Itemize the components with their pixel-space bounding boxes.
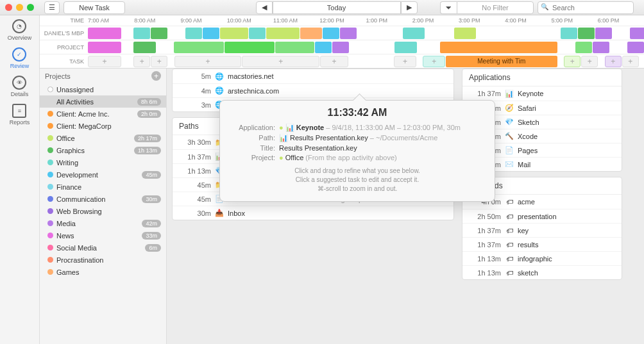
project-name: Client: MegaCorp xyxy=(56,122,161,130)
nav-review[interactable]: ✓ Review xyxy=(10,47,30,69)
hour-label: 4:00 PM xyxy=(505,17,551,24)
keyword-dur: 1h 13m xyxy=(469,269,501,277)
keyword-name: sketch xyxy=(518,269,538,277)
toggle-sidebar-button[interactable]: ☰ xyxy=(44,1,60,14)
project-item[interactable]: Games xyxy=(40,266,166,278)
project-item[interactable]: Client: Acme Inc.2h 0m xyxy=(40,108,166,120)
filter-icon[interactable]: ⏷ xyxy=(440,1,457,14)
keyword-dur: 1h 37m xyxy=(469,227,501,234)
hour-label: 8:00 AM xyxy=(134,17,180,24)
search-input[interactable] xyxy=(538,1,634,14)
today-button[interactable]: Today xyxy=(273,1,401,14)
project-item[interactable]: All Activities8h 6m xyxy=(40,95,166,108)
project-item[interactable]: Finance xyxy=(40,181,166,193)
task-meeting[interactable]: Meeting with Tim xyxy=(446,56,557,67)
tag-icon: 🏷 xyxy=(505,255,514,263)
project-name: Finance xyxy=(56,183,161,191)
filter-group: ⏷ No Filter xyxy=(440,1,534,14)
project-item[interactable]: Writing xyxy=(40,156,166,168)
project-item[interactable]: Media42m xyxy=(40,217,166,229)
nav-overview[interactable]: ◔ Overview xyxy=(8,19,32,41)
project-item[interactable]: Development45m xyxy=(40,168,166,181)
project-item[interactable]: Web Browsing xyxy=(40,205,166,217)
project-item[interactable]: Communication30m xyxy=(40,193,166,205)
globe-icon: 🌐 xyxy=(215,86,224,95)
hour-label: 7:00 AM xyxy=(88,17,134,24)
hour-label: 2:00 PM xyxy=(412,17,459,24)
project-name: Games xyxy=(56,268,161,276)
project-item[interactable]: Procrastination xyxy=(40,254,166,266)
search-field[interactable] xyxy=(538,1,634,14)
titlebar: ☰ New Task ◀ Today ▶ ⏷ No Filter xyxy=(0,0,644,15)
add-task-button[interactable]: + xyxy=(423,56,445,67)
next-day-button[interactable]: ▶ xyxy=(401,1,418,14)
project-color-dot xyxy=(47,269,53,275)
nav-details[interactable]: 👁 Details xyxy=(11,76,29,97)
zoom-icon[interactable] xyxy=(27,4,34,11)
add-task-button[interactable]: + xyxy=(151,56,167,67)
activity-row[interactable]: 5m🌐macstories.net xyxy=(173,69,453,83)
app-icon: 🧭 xyxy=(505,104,514,112)
new-task-button[interactable]: New Task xyxy=(64,1,125,14)
activity-name: macstories.net xyxy=(228,72,274,80)
popover-app-label: Application: xyxy=(229,124,275,132)
activity-row[interactable]: 4m🌐arstechnica.com xyxy=(173,83,453,97)
path-row[interactable]: 30m📥Inbox xyxy=(173,206,453,220)
project-item[interactable]: News33m xyxy=(40,229,166,242)
app-icon: 🔨 xyxy=(505,132,514,140)
add-task-button[interactable]: + xyxy=(133,56,150,67)
project-item[interactable]: Graphics1h 13m xyxy=(40,144,166,156)
project-track[interactable] xyxy=(88,42,644,53)
keyword-row[interactable]: 1h 13m🏷infographic xyxy=(462,251,622,265)
hour-label: 5:00 PM xyxy=(552,17,598,24)
keyword-name: infographic xyxy=(518,255,552,263)
filter-label[interactable]: No Filter xyxy=(457,1,534,14)
device-track[interactable] xyxy=(88,28,644,39)
prev-day-button[interactable]: ◀ xyxy=(256,1,273,14)
add-task-button[interactable]: + xyxy=(581,56,598,67)
keyword-row[interactable]: 1h 13m🏷sketch xyxy=(462,265,622,279)
app-name: Pages xyxy=(518,147,538,154)
keyword-name: results xyxy=(518,241,538,249)
project-name: News xyxy=(56,232,139,240)
hour-label: 11:00 AM xyxy=(273,17,319,24)
project-color-dot xyxy=(47,86,53,92)
path-dur: 30m xyxy=(179,209,211,217)
add-project-button[interactable]: + xyxy=(151,71,161,81)
path-dur: 45m xyxy=(179,181,211,189)
task-track[interactable]: + + + + + + + + Meeting with Tim + + xyxy=(88,56,644,67)
project-name: Writing xyxy=(56,159,161,167)
nav-reports[interactable]: ≡ Reports xyxy=(10,104,30,126)
add-task-button[interactable]: + xyxy=(88,56,121,67)
add-task-button[interactable]: + xyxy=(242,56,319,67)
activity-name: arstechnica.com xyxy=(228,87,279,95)
keyword-row[interactable]: 1h 37m🏷key xyxy=(462,223,622,237)
app-row[interactable]: 1h 37m📊Keynote xyxy=(462,86,622,101)
keyword-row[interactable]: 1h 37m🏷results xyxy=(462,237,622,251)
project-color-dot xyxy=(47,111,53,117)
add-task-button[interactable]: + xyxy=(394,56,416,67)
add-task-button[interactable]: + xyxy=(174,56,241,67)
add-task-button[interactable]: + xyxy=(622,56,639,67)
project-item[interactable]: Client: MegaCorp xyxy=(40,120,166,132)
add-task-button[interactable]: + xyxy=(320,56,348,67)
project-item[interactable]: Office2h 17m xyxy=(40,132,166,144)
project-item[interactable]: Social Media6m xyxy=(40,242,166,254)
projects-sidebar: Projects + UnassignedAll Activities8h 6m… xyxy=(40,69,167,344)
project-color-dot xyxy=(47,184,53,190)
timeline-device-label: DANIEL'S MBP xyxy=(40,30,88,37)
file-icon: 📥 xyxy=(215,209,224,217)
close-icon[interactable] xyxy=(5,4,12,11)
keyword-row[interactable]: 2h 50m🏷presentation xyxy=(462,209,622,223)
hour-label: 12:00 PM xyxy=(319,17,366,24)
project-duration: 45m xyxy=(142,171,161,179)
window-controls[interactable] xyxy=(5,4,34,11)
project-duration: 1h 13m xyxy=(134,147,161,154)
project-name: Web Browsing xyxy=(56,208,161,215)
activity-dur: 4m xyxy=(179,87,211,95)
minimize-icon[interactable] xyxy=(16,4,23,11)
keyword-name: key xyxy=(518,227,529,234)
project-item[interactable]: Unassigned xyxy=(40,83,166,95)
add-task-button[interactable]: + xyxy=(605,56,622,67)
add-task-button[interactable]: + xyxy=(564,56,580,67)
